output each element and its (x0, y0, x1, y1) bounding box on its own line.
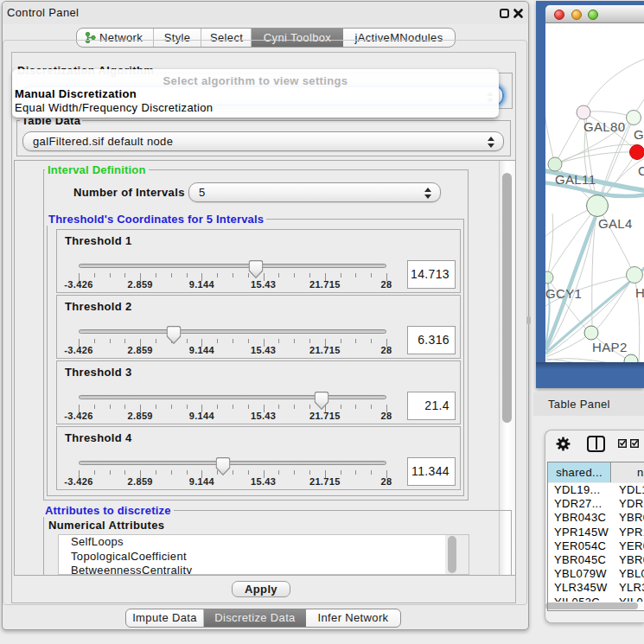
svg-text:GAL2: GAL2 (634, 127, 644, 142)
svg-text:GAL11: GAL11 (555, 172, 596, 187)
svg-text:GCY1: GCY1 (545, 286, 582, 301)
svg-text:HAP4: HAP4 (635, 285, 644, 300)
svg-text:HAP2: HAP2 (592, 340, 628, 354)
svg-text:GAL80: GAL80 (583, 119, 625, 134)
svg-text:CYC8: CYC8 (638, 163, 644, 178)
svg-text:GAL4: GAL4 (598, 216, 633, 231)
